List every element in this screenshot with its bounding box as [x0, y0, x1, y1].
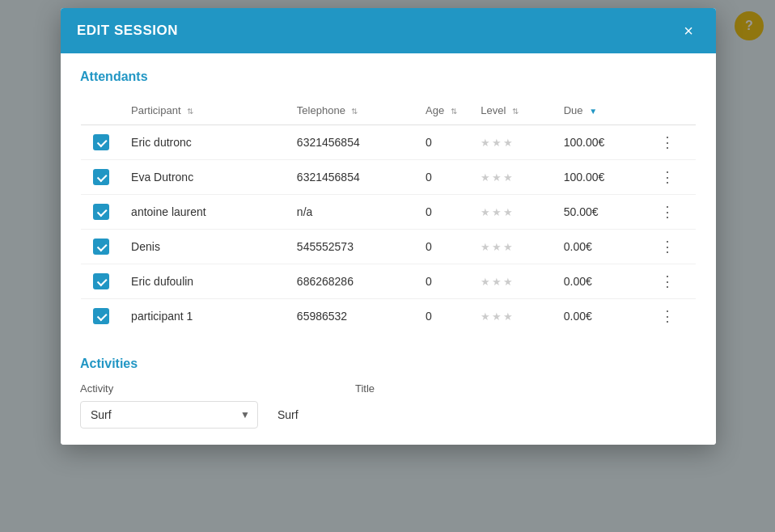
activity-select[interactable]: SurfSwimmingDiving	[80, 401, 258, 429]
checkbox[interactable]	[93, 273, 109, 289]
checkbox[interactable]	[93, 308, 109, 324]
table-row: participant 1 65986532 0 ★★★ 0.00€ ⋮	[81, 299, 697, 334]
row-telephone: 6321456854	[287, 160, 416, 195]
modal-close-button[interactable]: ×	[677, 19, 700, 42]
row-action-button[interactable]: ⋮	[655, 168, 680, 186]
table-row: Denis 545552573 0 ★★★ 0.00€ ⋮	[81, 230, 697, 264]
row-participant: antoine laurent	[121, 195, 287, 230]
row-participant: Eric dufoulin	[121, 264, 287, 299]
activities-row: SurfSwimmingDiving ▼ Surf	[80, 401, 697, 429]
row-age: 0	[416, 230, 471, 264]
row-participant: Denis	[121, 230, 287, 264]
modal-title: EDIT SESSION	[77, 23, 178, 39]
modal-body: Attendants Participant ⇅ Telephone ⇅	[61, 53, 716, 445]
edit-session-modal: EDIT SESSION × Attendants Participant ⇅ …	[61, 8, 716, 445]
row-level: ★★★	[471, 264, 553, 299]
row-participant: Eric dutronc	[121, 125, 287, 160]
row-due: 100.00€	[554, 125, 646, 160]
activity-label: Activity	[80, 382, 258, 395]
table-row: Eric dufoulin 686268286 0 ★★★ 0.00€ ⋮	[81, 264, 697, 299]
row-action[interactable]: ⋮	[646, 195, 696, 230]
row-due: 0.00€	[554, 230, 646, 264]
row-age: 0	[416, 299, 471, 334]
checkbox[interactable]	[93, 134, 109, 150]
row-level: ★★★	[471, 160, 553, 195]
stars-icon: ★★★	[481, 171, 515, 184]
row-participant: Eva Dutronc	[121, 160, 287, 195]
row-level: ★★★	[471, 125, 553, 160]
row-action-button[interactable]: ⋮	[655, 307, 680, 325]
row-age: 0	[416, 125, 471, 160]
row-age: 0	[416, 264, 471, 299]
row-due: 100.00€	[554, 160, 646, 195]
header-checkbox-col	[81, 96, 122, 125]
row-due: 0.00€	[554, 299, 646, 334]
row-action-button[interactable]: ⋮	[655, 133, 680, 151]
age-sort-icon: ⇅	[451, 107, 457, 116]
row-telephone: 6321456854	[287, 125, 416, 160]
attendants-table: Participant ⇅ Telephone ⇅ Age ⇅ Level	[80, 95, 697, 334]
header-level[interactable]: Level ⇅	[471, 96, 553, 125]
activities-labels: Activity Title	[80, 382, 697, 395]
modal-header: EDIT SESSION ×	[61, 8, 716, 53]
header-due[interactable]: Due ▼	[554, 96, 646, 125]
row-telephone: 686268286	[287, 264, 416, 299]
due-sort-icon: ▼	[589, 107, 597, 116]
row-checkbox-cell[interactable]	[81, 125, 122, 160]
header-action	[646, 96, 696, 125]
row-checkbox-cell[interactable]	[81, 160, 122, 195]
row-age: 0	[416, 160, 471, 195]
attendants-section: Attendants Participant ⇅ Telephone ⇅	[80, 70, 697, 334]
activity-select-wrapper: SurfSwimmingDiving ▼	[80, 401, 258, 429]
activities-title: Activities	[80, 357, 697, 371]
row-action-button[interactable]: ⋮	[655, 203, 680, 221]
header-telephone[interactable]: Telephone ⇅	[287, 96, 416, 125]
row-checkbox-cell[interactable]	[81, 264, 122, 299]
row-telephone: 65986532	[287, 299, 416, 334]
row-level: ★★★	[471, 195, 553, 230]
row-checkbox-cell[interactable]	[81, 230, 122, 264]
table-row: Eric dutronc 6321456854 0 ★★★ 100.00€ ⋮	[81, 125, 697, 160]
row-due: 0.00€	[554, 264, 646, 299]
row-level: ★★★	[471, 299, 553, 334]
checkbox[interactable]	[93, 169, 109, 185]
activities-section: Activities Activity Title SurfSwimmingDi…	[80, 357, 697, 429]
title-label: Title	[355, 382, 533, 395]
header-participant[interactable]: Participant ⇅	[121, 96, 287, 125]
stars-icon: ★★★	[481, 137, 515, 149]
table-header-row: Participant ⇅ Telephone ⇅ Age ⇅ Level	[81, 96, 697, 125]
row-action[interactable]: ⋮	[646, 264, 696, 299]
row-age: 0	[416, 195, 471, 230]
telephone-sort-icon: ⇅	[351, 107, 358, 116]
row-telephone: 545552573	[287, 230, 416, 264]
row-level: ★★★	[471, 230, 553, 264]
table-row: Eva Dutronc 6321456854 0 ★★★ 100.00€ ⋮	[81, 160, 697, 195]
row-telephone: n/a	[287, 195, 416, 230]
level-sort-icon: ⇅	[512, 107, 519, 116]
row-action-button[interactable]: ⋮	[655, 272, 680, 290]
activity-title-value: Surf	[277, 408, 375, 421]
row-action[interactable]: ⋮	[646, 125, 696, 160]
row-action[interactable]: ⋮	[646, 160, 696, 195]
row-action[interactable]: ⋮	[646, 299, 696, 334]
checkbox[interactable]	[93, 204, 109, 220]
row-action-button[interactable]: ⋮	[655, 238, 680, 255]
row-checkbox-cell[interactable]	[81, 299, 122, 334]
participant-sort-icon: ⇅	[187, 107, 193, 116]
checkbox[interactable]	[93, 239, 109, 255]
table-row: antoine laurent n/a 0 ★★★ 50.00€ ⋮	[81, 195, 697, 230]
stars-icon: ★★★	[481, 241, 515, 253]
header-age[interactable]: Age ⇅	[416, 96, 471, 125]
stars-icon: ★★★	[481, 276, 515, 288]
stars-icon: ★★★	[481, 310, 515, 323]
attendants-title: Attendants	[80, 70, 697, 84]
row-action[interactable]: ⋮	[646, 230, 696, 264]
row-participant: participant 1	[121, 299, 287, 334]
row-checkbox-cell[interactable]	[81, 195, 122, 230]
stars-icon: ★★★	[481, 206, 515, 218]
row-due: 50.00€	[554, 195, 646, 230]
